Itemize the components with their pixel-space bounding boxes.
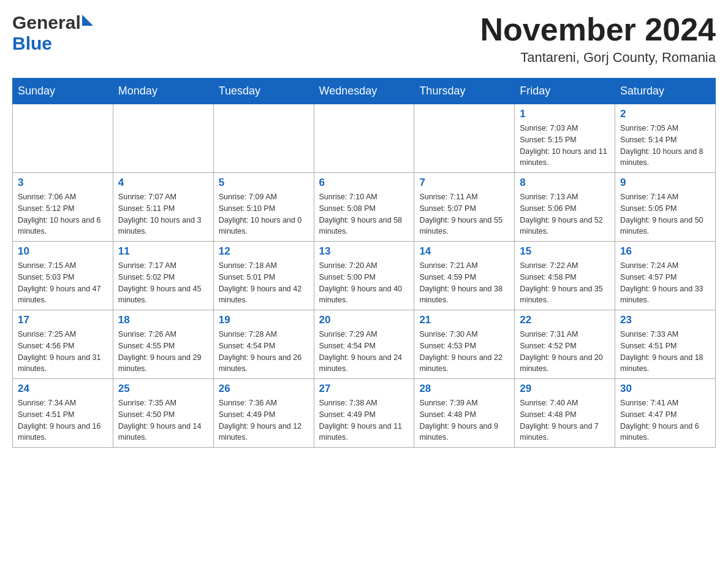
calendar-cell: 26Sunrise: 7:36 AM Sunset: 4:49 PM Dayli…	[213, 379, 314, 448]
day-number: 16	[620, 245, 710, 258]
day-number: 17	[18, 314, 108, 326]
day-info: Sunrise: 7:24 AM Sunset: 4:57 PM Dayligh…	[620, 260, 710, 306]
calendar-cell: 17Sunrise: 7:25 AM Sunset: 4:56 PM Dayli…	[13, 310, 113, 379]
day-info: Sunrise: 7:30 AM Sunset: 4:53 PM Dayligh…	[419, 329, 509, 375]
day-info: Sunrise: 7:22 AM Sunset: 4:58 PM Dayligh…	[520, 260, 610, 306]
calendar-cell	[13, 104, 113, 173]
header-thursday: Thursday	[414, 79, 515, 104]
day-number: 5	[219, 177, 309, 189]
day-info: Sunrise: 7:38 AM Sunset: 4:49 PM Dayligh…	[319, 397, 409, 443]
day-info: Sunrise: 7:15 AM Sunset: 5:03 PM Dayligh…	[18, 260, 108, 306]
calendar-cell: 8Sunrise: 7:13 AM Sunset: 5:06 PM Daylig…	[515, 173, 615, 242]
calendar-table: SundayMondayTuesdayWednesdayThursdayFrid…	[12, 78, 716, 448]
calendar-cell: 18Sunrise: 7:26 AM Sunset: 4:55 PM Dayli…	[113, 310, 213, 379]
calendar-cell: 13Sunrise: 7:20 AM Sunset: 5:00 PM Dayli…	[314, 242, 414, 310]
day-info: Sunrise: 7:29 AM Sunset: 4:54 PM Dayligh…	[319, 329, 409, 375]
day-number: 19	[219, 314, 309, 326]
day-number: 22	[520, 314, 610, 326]
day-number: 26	[219, 383, 309, 395]
calendar-header-row: SundayMondayTuesdayWednesdayThursdayFrid…	[13, 79, 716, 104]
page-header: General Blue November 2024 Tantareni, Go…	[12, 12, 716, 66]
calendar-cell: 11Sunrise: 7:17 AM Sunset: 5:02 PM Dayli…	[113, 242, 213, 310]
day-number: 20	[319, 314, 409, 326]
calendar-week-1: 3Sunrise: 7:06 AM Sunset: 5:12 PM Daylig…	[13, 173, 716, 242]
day-info: Sunrise: 7:14 AM Sunset: 5:05 PM Dayligh…	[620, 191, 710, 237]
calendar-cell: 27Sunrise: 7:38 AM Sunset: 4:49 PM Dayli…	[314, 379, 414, 448]
day-number: 18	[118, 314, 208, 326]
header-sunday: Sunday	[13, 79, 113, 104]
day-info: Sunrise: 7:06 AM Sunset: 5:12 PM Dayligh…	[18, 191, 108, 237]
calendar-cell: 15Sunrise: 7:22 AM Sunset: 4:58 PM Dayli…	[515, 242, 615, 310]
day-info: Sunrise: 7:17 AM Sunset: 5:02 PM Dayligh…	[118, 260, 208, 306]
calendar-week-0: 1Sunrise: 7:03 AM Sunset: 5:15 PM Daylig…	[13, 104, 716, 173]
day-info: Sunrise: 7:21 AM Sunset: 4:59 PM Dayligh…	[419, 260, 509, 306]
day-info: Sunrise: 7:41 AM Sunset: 4:47 PM Dayligh…	[620, 397, 710, 443]
calendar-cell: 9Sunrise: 7:14 AM Sunset: 5:05 PM Daylig…	[615, 173, 716, 242]
calendar-cell: 25Sunrise: 7:35 AM Sunset: 4:50 PM Dayli…	[113, 379, 213, 448]
day-number: 7	[419, 177, 509, 189]
calendar-cell: 30Sunrise: 7:41 AM Sunset: 4:47 PM Dayli…	[615, 379, 716, 448]
calendar-week-3: 17Sunrise: 7:25 AM Sunset: 4:56 PM Dayli…	[13, 310, 716, 379]
logo-blue: Blue	[12, 33, 52, 53]
day-number: 8	[520, 177, 610, 189]
day-info: Sunrise: 7:26 AM Sunset: 4:55 PM Dayligh…	[118, 329, 208, 375]
day-info: Sunrise: 7:40 AM Sunset: 4:48 PM Dayligh…	[520, 397, 610, 443]
header-wednesday: Wednesday	[314, 79, 414, 104]
day-info: Sunrise: 7:31 AM Sunset: 4:52 PM Dayligh…	[520, 329, 610, 375]
day-info: Sunrise: 7:09 AM Sunset: 5:10 PM Dayligh…	[219, 191, 309, 237]
calendar-cell: 2Sunrise: 7:05 AM Sunset: 5:14 PM Daylig…	[615, 104, 716, 173]
calendar-cell: 19Sunrise: 7:28 AM Sunset: 4:54 PM Dayli…	[213, 310, 314, 379]
day-number: 21	[419, 314, 509, 326]
day-number: 4	[118, 177, 208, 189]
day-number: 1	[520, 108, 610, 120]
day-number: 2	[620, 108, 710, 120]
calendar-cell	[213, 104, 314, 173]
month-title: November 2024	[480, 12, 716, 47]
day-info: Sunrise: 7:39 AM Sunset: 4:48 PM Dayligh…	[419, 397, 509, 443]
calendar-cell: 28Sunrise: 7:39 AM Sunset: 4:48 PM Dayli…	[414, 379, 515, 448]
header-monday: Monday	[113, 79, 213, 104]
logo: General Blue	[12, 12, 93, 54]
day-number: 11	[118, 245, 208, 258]
calendar-cell: 21Sunrise: 7:30 AM Sunset: 4:53 PM Dayli…	[414, 310, 515, 379]
calendar-cell	[314, 104, 414, 173]
calendar-cell: 5Sunrise: 7:09 AM Sunset: 5:10 PM Daylig…	[213, 173, 314, 242]
calendar-cell: 29Sunrise: 7:40 AM Sunset: 4:48 PM Dayli…	[515, 379, 615, 448]
calendar-week-2: 10Sunrise: 7:15 AM Sunset: 5:03 PM Dayli…	[13, 242, 716, 310]
calendar-week-4: 24Sunrise: 7:34 AM Sunset: 4:51 PM Dayli…	[13, 379, 716, 448]
day-info: Sunrise: 7:25 AM Sunset: 4:56 PM Dayligh…	[18, 329, 108, 375]
day-number: 23	[620, 314, 710, 326]
day-info: Sunrise: 7:33 AM Sunset: 4:51 PM Dayligh…	[620, 329, 710, 375]
calendar-cell: 7Sunrise: 7:11 AM Sunset: 5:07 PM Daylig…	[414, 173, 515, 242]
header-tuesday: Tuesday	[213, 79, 314, 104]
calendar-cell	[414, 104, 515, 173]
location: Tantareni, Gorj County, Romania	[480, 50, 716, 66]
day-number: 3	[18, 177, 108, 189]
calendar-cell: 3Sunrise: 7:06 AM Sunset: 5:12 PM Daylig…	[13, 173, 113, 242]
day-number: 24	[18, 383, 108, 395]
day-info: Sunrise: 7:07 AM Sunset: 5:11 PM Dayligh…	[118, 191, 208, 237]
day-number: 25	[118, 383, 208, 395]
calendar-cell: 10Sunrise: 7:15 AM Sunset: 5:03 PM Dayli…	[13, 242, 113, 310]
header-friday: Friday	[515, 79, 615, 104]
logo-general: General	[12, 12, 81, 33]
day-number: 6	[319, 177, 409, 189]
day-number: 15	[520, 245, 610, 258]
calendar-cell: 14Sunrise: 7:21 AM Sunset: 4:59 PM Dayli…	[414, 242, 515, 310]
calendar-cell: 24Sunrise: 7:34 AM Sunset: 4:51 PM Dayli…	[13, 379, 113, 448]
day-info: Sunrise: 7:13 AM Sunset: 5:06 PM Dayligh…	[520, 191, 610, 237]
day-number: 28	[419, 383, 509, 395]
calendar-cell: 4Sunrise: 7:07 AM Sunset: 5:11 PM Daylig…	[113, 173, 213, 242]
calendar-cell	[113, 104, 213, 173]
day-info: Sunrise: 7:35 AM Sunset: 4:50 PM Dayligh…	[118, 397, 208, 443]
day-info: Sunrise: 7:28 AM Sunset: 4:54 PM Dayligh…	[219, 329, 309, 375]
day-number: 29	[520, 383, 610, 395]
day-info: Sunrise: 7:34 AM Sunset: 4:51 PM Dayligh…	[18, 397, 108, 443]
day-info: Sunrise: 7:10 AM Sunset: 5:08 PM Dayligh…	[319, 191, 409, 237]
logo-triangle-icon	[82, 15, 93, 26]
calendar-cell: 22Sunrise: 7:31 AM Sunset: 4:52 PM Dayli…	[515, 310, 615, 379]
calendar-cell: 1Sunrise: 7:03 AM Sunset: 5:15 PM Daylig…	[515, 104, 615, 173]
day-info: Sunrise: 7:11 AM Sunset: 5:07 PM Dayligh…	[419, 191, 509, 237]
day-info: Sunrise: 7:03 AM Sunset: 5:15 PM Dayligh…	[520, 123, 610, 169]
day-number: 27	[319, 383, 409, 395]
